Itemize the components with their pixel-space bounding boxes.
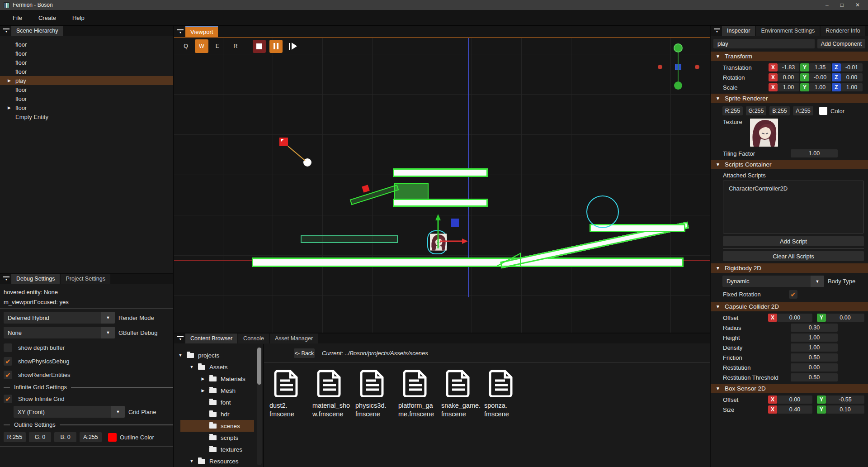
tree-item-assets[interactable]: ▼Assets bbox=[174, 361, 263, 373]
rotation-y-field[interactable]: -0.00 bbox=[809, 73, 831, 81]
outline-r-field[interactable]: R:255 bbox=[4, 432, 26, 442]
body-type-dropdown[interactable]: Dynamic ▼ bbox=[722, 276, 824, 287]
file-sponza[interactable]: sponza. fmscene bbox=[484, 370, 525, 419]
tab-debug-settings[interactable]: Debug Settings bbox=[11, 274, 60, 284]
clear-all-scripts-button[interactable]: Clear All Scripts bbox=[723, 251, 864, 261]
height-field[interactable]: 1.00 bbox=[791, 334, 838, 342]
box-size-y-field[interactable]: 0.10 bbox=[826, 405, 864, 414]
menu-create[interactable]: Create bbox=[32, 13, 62, 23]
add-script-button[interactable]: Add Script bbox=[723, 236, 864, 246]
hierarchy-item-floor[interactable]: floor bbox=[0, 94, 173, 103]
script-item[interactable]: CharacterController2D bbox=[729, 185, 863, 192]
grid-plane-dropdown[interactable]: XY (Front) ▼ bbox=[14, 406, 125, 418]
expand-arrow-icon[interactable]: ▶ bbox=[8, 78, 11, 83]
file-dust2[interactable]: dust2. fmscene bbox=[269, 370, 310, 419]
rigidbody-section-header[interactable]: ▼Rigidbody 2D bbox=[711, 263, 868, 273]
scale-z-field[interactable]: 1.00 bbox=[841, 83, 863, 91]
tool-w-button[interactable]: W bbox=[195, 39, 208, 53]
hierarchy-item-floor[interactable]: floor bbox=[0, 49, 173, 58]
tree-item-textures[interactable]: textures bbox=[174, 443, 263, 455]
density-field[interactable]: 1.00 bbox=[791, 343, 838, 352]
menu-help[interactable]: Help bbox=[66, 13, 91, 23]
step-frame-button[interactable] bbox=[286, 40, 299, 53]
hierarchy-item-floor[interactable]: floor bbox=[0, 58, 173, 67]
gbuffer-debug-dropdown[interactable]: None ▼ bbox=[4, 327, 115, 338]
file-platform-game[interactable]: platform_ga me.fmscene bbox=[398, 370, 439, 419]
expand-arrow-icon[interactable]: ▼ bbox=[189, 365, 194, 369]
color-g-field[interactable]: G:255 bbox=[746, 106, 766, 115]
expand-arrow-icon[interactable]: ▶ bbox=[8, 105, 11, 110]
tree-item-scenes[interactable]: scenes bbox=[174, 420, 263, 432]
fixed-rotation-checkbox[interactable] bbox=[789, 290, 797, 299]
tree-item-mesh[interactable]: ▶Mesh bbox=[174, 385, 263, 396]
translation-x-field[interactable]: -1.83 bbox=[778, 63, 799, 71]
scale-y-field[interactable]: 1.00 bbox=[809, 83, 831, 91]
hierarchy-item-floor[interactable]: floor bbox=[0, 40, 173, 49]
menu-file[interactable]: File bbox=[6, 13, 28, 23]
restitution-field[interactable]: 0.00 bbox=[791, 363, 838, 372]
tool-q-button[interactable]: Q bbox=[180, 41, 191, 52]
tree-item-materials[interactable]: ▶Materials bbox=[174, 373, 263, 385]
outline-g-field[interactable]: G: 0 bbox=[29, 432, 51, 442]
translation-z-field[interactable]: -0.01 bbox=[841, 63, 863, 71]
capsule-collider-section-header[interactable]: ▼Capsule Collider 2D bbox=[711, 302, 868, 311]
panel-menu-icon[interactable]: ▼ bbox=[3, 29, 9, 33]
tab-renderer-info[interactable]: Renderer Info bbox=[821, 26, 865, 36]
scale-x-field[interactable]: 1.00 bbox=[778, 83, 799, 91]
expand-arrow-icon[interactable]: ▶ bbox=[200, 388, 206, 393]
entity-name-input[interactable]: play bbox=[713, 39, 815, 48]
hierarchy-item-floor[interactable]: ▶floor bbox=[0, 103, 173, 112]
tab-scene-hierarchy[interactable]: Scene Hierarchy bbox=[11, 26, 63, 36]
color-r-field[interactable]: R:255 bbox=[722, 106, 743, 115]
outline-a-field[interactable]: A:255 bbox=[80, 432, 102, 442]
tool-r-button[interactable]: R bbox=[230, 41, 241, 52]
translation-y-field[interactable]: 1.35 bbox=[809, 63, 831, 71]
attached-scripts-list[interactable]: CharacterController2D bbox=[723, 181, 864, 234]
stop-button[interactable] bbox=[253, 40, 266, 53]
rotation-z-field[interactable]: 0.00 bbox=[841, 73, 863, 81]
scripts-container-section-header[interactable]: ▼Scripts Container bbox=[711, 160, 868, 169]
outline-b-field[interactable]: B: 0 bbox=[54, 432, 76, 442]
panel-menu-icon[interactable]: ▼ bbox=[177, 336, 184, 341]
sprite-renderer-section-header[interactable]: ▼Sprite Renderer bbox=[711, 94, 868, 103]
expand-arrow-icon[interactable]: ▼ bbox=[178, 353, 183, 357]
tree-scrollbar-thumb[interactable] bbox=[257, 348, 261, 385]
outline-color-swatch[interactable] bbox=[108, 433, 117, 442]
file-material-show[interactable]: material_sho w.fmscene bbox=[312, 370, 353, 419]
expand-arrow-icon[interactable]: ▼ bbox=[189, 459, 194, 463]
hierarchy-item-empty-entity[interactable]: Empty Entity bbox=[0, 112, 173, 121]
tab-console[interactable]: Console bbox=[238, 334, 269, 343]
tree-item-font[interactable]: font bbox=[174, 396, 263, 408]
friction-field[interactable]: 0.50 bbox=[791, 353, 838, 362]
transform-section-header[interactable]: ▼Transform bbox=[711, 52, 868, 61]
tree-item-hdr[interactable]: hdr bbox=[174, 408, 263, 420]
rotation-x-field[interactable]: 0.00 bbox=[778, 73, 799, 81]
panel-menu-icon[interactable]: ▼ bbox=[3, 276, 9, 281]
pause-button[interactable] bbox=[269, 40, 283, 53]
hierarchy-item-floor[interactable]: floor bbox=[0, 67, 173, 76]
box-size-x-field[interactable]: 0.40 bbox=[777, 405, 812, 414]
panel-menu-icon[interactable]: ▼ bbox=[177, 29, 184, 34]
back-button[interactable]: <- Back bbox=[294, 348, 315, 358]
show-physics-debug-checkbox[interactable] bbox=[4, 357, 12, 366]
tab-environment-settings[interactable]: Environment Settings bbox=[756, 26, 820, 36]
hierarchy-item-play[interactable]: ▶play bbox=[0, 76, 173, 85]
color-b-field[interactable]: B:255 bbox=[769, 106, 790, 115]
tree-item-projects[interactable]: ▼projects bbox=[174, 349, 263, 361]
show-depth-buffer-checkbox[interactable] bbox=[4, 343, 12, 352]
capsule-offset-x-field[interactable]: 0.00 bbox=[777, 314, 812, 322]
panel-menu-icon[interactable]: ▼ bbox=[714, 29, 720, 33]
tree-item-scripts[interactable]: scripts bbox=[174, 432, 263, 443]
close-button[interactable]: ✕ bbox=[855, 2, 860, 8]
restitution-threshold-field[interactable]: 0.50 bbox=[791, 373, 838, 381]
tab-project-settings[interactable]: Project Settings bbox=[61, 274, 110, 284]
tab-inspector[interactable]: Inspector bbox=[722, 26, 755, 36]
show-render-entities-checkbox[interactable] bbox=[4, 371, 12, 379]
add-component-button[interactable]: Add Component bbox=[817, 39, 865, 48]
capsule-offset-y-field[interactable]: 0.00 bbox=[826, 314, 864, 322]
tree-scrollbar[interactable] bbox=[257, 347, 262, 465]
tree-item-resources[interactable]: ▼Resources bbox=[174, 455, 263, 467]
texture-thumbnail[interactable] bbox=[750, 119, 778, 147]
box-offset-y-field[interactable]: -0.55 bbox=[826, 396, 864, 404]
radius-field[interactable]: 0.30 bbox=[791, 324, 838, 332]
